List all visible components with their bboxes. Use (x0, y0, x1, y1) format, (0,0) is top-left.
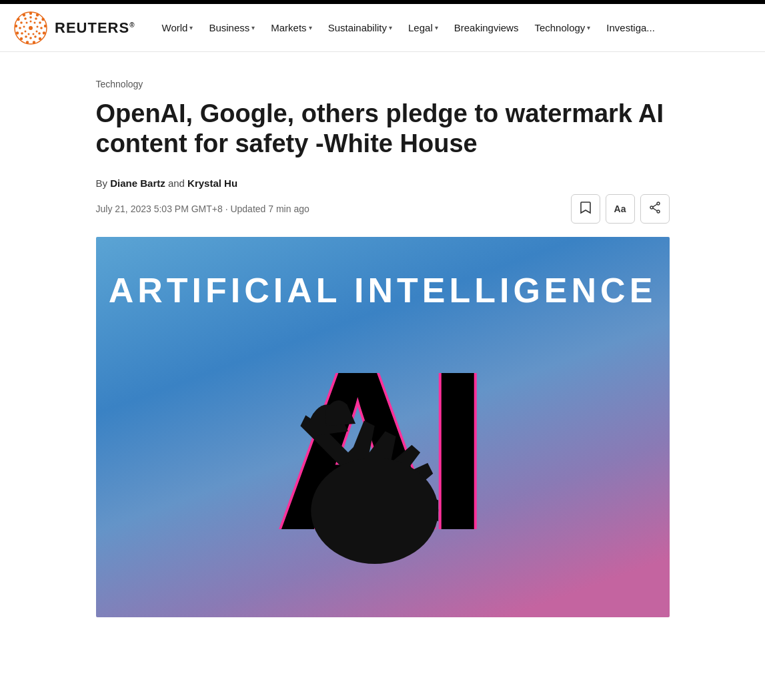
nav-item-world[interactable]: World ▾ (155, 17, 200, 39)
article-timestamp: July 21, 2023 5:03 PM GMT+8 · Updated 7 … (96, 204, 309, 214)
font-size-icon: Aa (614, 204, 626, 214)
svg-point-4 (44, 24, 47, 27)
svg-point-38 (650, 206, 653, 209)
article-section: Technology (96, 79, 670, 89)
hand-silhouette-icon (96, 330, 630, 564)
svg-point-1 (29, 11, 32, 14)
nav-item-business[interactable]: Business ▾ (202, 17, 261, 39)
svg-point-3 (41, 17, 44, 20)
chevron-down-icon: ▾ (587, 24, 590, 31)
font-size-button[interactable]: Aa (606, 194, 635, 224)
svg-point-21 (25, 35, 27, 38)
svg-point-25 (24, 17, 27, 20)
article-toolbar: Aa (571, 194, 670, 224)
svg-point-13 (23, 13, 25, 16)
chevron-down-icon: ▾ (435, 24, 438, 31)
nav-item-breakingviews[interactable]: Breakingviews (448, 17, 526, 39)
nav-item-technology[interactable]: Technology ▾ (528, 17, 597, 39)
article-main: Technology OpenAI, Google, others pledge… (83, 52, 683, 631)
svg-point-31 (28, 33, 30, 35)
nav-menu: World ▾ Business ▾ Markets ▾ Sustainabil… (155, 17, 662, 39)
svg-point-7 (33, 41, 35, 43)
svg-point-23 (19, 27, 21, 29)
svg-point-17 (40, 27, 43, 29)
reuters-wordmark: REUTERS® (55, 19, 135, 37)
svg-point-41 (311, 458, 438, 564)
nav-item-sustainability[interactable]: Sustainability ▾ (321, 17, 399, 39)
hero-image-bg: ARTIFICIAL INTELLIGENCE A I (96, 237, 670, 617)
bookmark-icon (580, 201, 592, 217)
svg-point-35 (29, 26, 33, 30)
svg-point-24 (20, 21, 23, 24)
svg-point-33 (23, 25, 25, 27)
chevron-down-icon: ▾ (251, 24, 255, 31)
svg-point-10 (16, 31, 19, 34)
hero-ai-letters: A I (96, 330, 670, 564)
nav-item-investigations[interactable]: Investiga... (600, 17, 662, 39)
nav-item-legal[interactable]: Legal ▾ (402, 17, 445, 39)
reuters-dot-icon (13, 11, 48, 45)
svg-point-34 (26, 21, 28, 23)
chevron-down-icon: ▾ (189, 24, 193, 31)
svg-point-2 (36, 13, 39, 16)
author2: Krystal Hu (187, 178, 237, 189)
svg-point-19 (34, 35, 37, 38)
svg-point-15 (35, 17, 37, 20)
svg-point-6 (39, 37, 41, 39)
svg-point-36 (657, 202, 660, 205)
svg-point-18 (38, 32, 41, 35)
reuters-logo[interactable]: REUTERS® (13, 11, 135, 45)
svg-point-12 (17, 17, 19, 20)
hero-banner-text: ARTIFICIAL INTELLIGENCE (109, 270, 657, 310)
svg-point-32 (25, 30, 27, 32)
svg-point-22 (21, 32, 23, 35)
svg-point-14 (29, 16, 32, 19)
svg-point-37 (657, 210, 660, 213)
share-button[interactable] (640, 194, 670, 224)
article-byline: By Diane Bartz and Krystal Hu (96, 178, 670, 189)
article-title: OpenAI, Google, others pledge to waterma… (96, 99, 670, 159)
author1: Diane Bartz (110, 178, 165, 189)
hero-image: ARTIFICIAL INTELLIGENCE A I (96, 237, 670, 617)
svg-point-9 (20, 37, 23, 39)
svg-point-27 (34, 21, 36, 23)
svg-point-8 (26, 41, 29, 43)
svg-point-11 (15, 24, 17, 27)
svg-point-26 (30, 20, 32, 22)
svg-line-39 (652, 204, 656, 207)
bookmark-button[interactable] (571, 194, 600, 224)
navbar: REUTERS® World ▾ Business ▾ Markets ▾ Su… (0, 4, 765, 52)
article-meta-row: July 21, 2023 5:03 PM GMT+8 · Updated 7 … (96, 194, 670, 224)
chevron-down-icon: ▾ (309, 24, 312, 31)
svg-point-30 (33, 33, 35, 35)
share-icon (649, 202, 661, 216)
svg-point-28 (37, 25, 39, 27)
svg-line-40 (652, 208, 656, 211)
svg-point-5 (43, 31, 45, 34)
svg-point-16 (39, 21, 41, 24)
svg-point-20 (29, 37, 32, 39)
svg-point-29 (36, 30, 38, 32)
chevron-down-icon: ▾ (389, 24, 392, 31)
nav-item-markets[interactable]: Markets ▾ (264, 17, 318, 39)
